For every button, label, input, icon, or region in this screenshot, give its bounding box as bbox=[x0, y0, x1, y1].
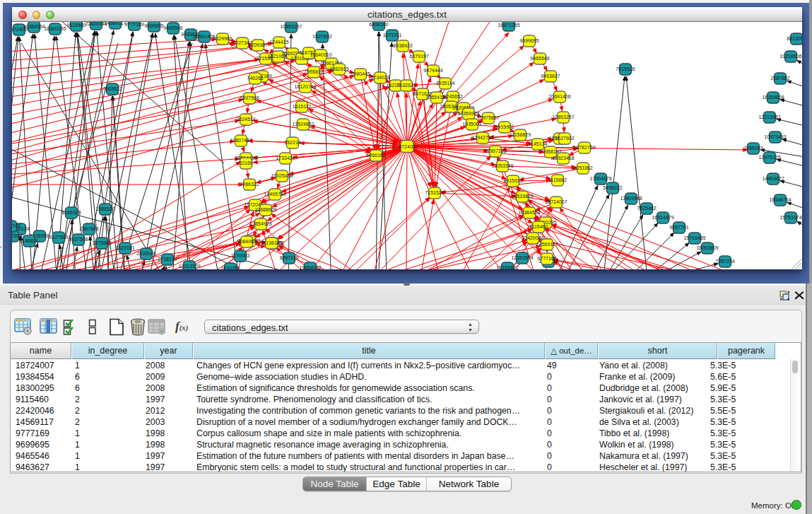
svg-text:7632621: 7632621 bbox=[396, 83, 416, 88]
svg-text:13409948: 13409948 bbox=[620, 196, 642, 201]
svg-text:2718170: 2718170 bbox=[158, 257, 177, 262]
svg-text:9463627: 9463627 bbox=[541, 74, 560, 78]
svg-text:1935001: 1935001 bbox=[462, 122, 481, 127]
svg-text:3912954: 3912954 bbox=[12, 233, 23, 238]
svg-text:17957225: 17957225 bbox=[484, 148, 506, 153]
svg-text:9777169: 9777169 bbox=[537, 256, 556, 261]
svg-text:9327508: 9327508 bbox=[69, 237, 88, 242]
svg-text:18120746: 18120746 bbox=[294, 84, 316, 89]
svg-text:14495759: 14495759 bbox=[264, 192, 286, 197]
svg-text:16053809: 16053809 bbox=[696, 245, 718, 250]
svg-text:9084067: 9084067 bbox=[237, 239, 256, 244]
svg-text:12923468: 12923468 bbox=[552, 156, 574, 160]
svg-text:9734028: 9734028 bbox=[370, 75, 389, 80]
svg-text:1362615: 1362615 bbox=[329, 66, 348, 71]
svg-text:10853257: 10853257 bbox=[280, 24, 302, 29]
svg-text:14569117: 14569117 bbox=[536, 242, 558, 247]
svg-text:19654932: 19654932 bbox=[299, 265, 321, 269]
svg-text:19384554: 19384554 bbox=[23, 24, 45, 29]
svg-text:10973493: 10973493 bbox=[764, 134, 786, 139]
svg-text:14569117: 14569117 bbox=[105, 22, 126, 25]
svg-text:1170063: 1170063 bbox=[231, 253, 250, 258]
svg-text:12942737: 12942737 bbox=[471, 135, 493, 140]
svg-text:1209387: 1209387 bbox=[248, 42, 267, 47]
svg-text:10853257: 10853257 bbox=[552, 115, 574, 119]
svg-text:1527602: 1527602 bbox=[312, 34, 331, 39]
svg-text:9245652: 9245652 bbox=[443, 94, 462, 99]
svg-text:20691406: 20691406 bbox=[548, 94, 570, 99]
svg-text:1071911: 1071911 bbox=[383, 33, 402, 37]
svg-text:6379197: 6379197 bbox=[409, 54, 428, 59]
svg-text:9115460: 9115460 bbox=[67, 23, 86, 28]
svg-text:13524851: 13524851 bbox=[292, 122, 314, 127]
svg-text:5498222: 5498222 bbox=[603, 185, 622, 190]
svg-text:7955812: 7955812 bbox=[304, 69, 323, 74]
svg-text:16648764: 16648764 bbox=[769, 197, 791, 202]
svg-text:9699695: 9699695 bbox=[144, 23, 163, 28]
svg-text:62160: 62160 bbox=[239, 160, 253, 165]
svg-text:9146821: 9146821 bbox=[19, 238, 38, 243]
svg-text:12353594: 12353594 bbox=[511, 255, 533, 260]
svg-text:16154808: 16154808 bbox=[762, 95, 784, 100]
svg-text:19218506: 19218506 bbox=[779, 54, 801, 59]
svg-text:746266: 746266 bbox=[247, 76, 263, 81]
svg-text:3624514: 3624514 bbox=[236, 117, 255, 122]
svg-text:12213987: 12213987 bbox=[758, 115, 780, 119]
svg-text:9465546: 9465546 bbox=[530, 56, 549, 61]
svg-text:16671355: 16671355 bbox=[498, 23, 519, 28]
svg-text:10807487: 10807487 bbox=[230, 138, 252, 143]
svg-text:12975125: 12975125 bbox=[758, 155, 780, 160]
svg-text:9699695: 9699695 bbox=[519, 38, 539, 43]
svg-text:14463627: 14463627 bbox=[762, 176, 784, 181]
svg-text:6990445: 6990445 bbox=[351, 71, 370, 76]
svg-text:19166852: 19166852 bbox=[496, 265, 518, 269]
svg-text:7151526: 7151526 bbox=[425, 190, 444, 195]
svg-text:6466160: 6466160 bbox=[366, 153, 385, 158]
svg-text:9465546: 9465546 bbox=[163, 25, 182, 30]
svg-text:252214: 252214 bbox=[284, 140, 300, 145]
svg-text:8186328: 8186328 bbox=[61, 210, 81, 215]
svg-text:1610755: 1610755 bbox=[220, 266, 240, 269]
svg-text:7485003: 7485003 bbox=[743, 146, 763, 151]
svg-text:3875685: 3875685 bbox=[92, 240, 111, 245]
svg-text:20691406: 20691406 bbox=[193, 34, 215, 39]
svg-text:6897568: 6897568 bbox=[240, 95, 259, 100]
svg-text:1145134: 1145134 bbox=[529, 141, 548, 146]
svg-text:16914479: 16914479 bbox=[652, 215, 673, 220]
svg-text:9657791: 9657791 bbox=[669, 225, 688, 230]
svg-text:6466160: 6466160 bbox=[369, 22, 388, 27]
svg-text:10025438: 10025438 bbox=[271, 173, 293, 178]
svg-text:8267110: 8267110 bbox=[280, 255, 299, 260]
svg-text:16640910: 16640910 bbox=[310, 52, 331, 57]
svg-text:14136141: 14136141 bbox=[260, 240, 282, 245]
svg-text:1615112: 1615112 bbox=[293, 104, 312, 109]
svg-text:2687682: 2687682 bbox=[770, 76, 789, 81]
svg-text:9777169: 9777169 bbox=[124, 22, 143, 27]
svg-text:7986322: 7986322 bbox=[240, 182, 259, 187]
svg-text:1588520: 1588520 bbox=[95, 206, 114, 211]
svg-text:1527602: 1527602 bbox=[555, 136, 574, 141]
svg-text:7625402: 7625402 bbox=[637, 206, 656, 211]
svg-text:2935114: 2935114 bbox=[436, 81, 455, 86]
svg-text:13053346: 13053346 bbox=[491, 163, 513, 168]
svg-text:10688609: 10688609 bbox=[254, 207, 276, 212]
svg-text:9329966: 9329966 bbox=[213, 36, 232, 41]
svg-text:16782759: 16782759 bbox=[573, 145, 595, 150]
svg-text:2420046: 2420046 bbox=[136, 251, 155, 256]
svg-text:9474444: 9474444 bbox=[423, 68, 442, 73]
svg-text:15716485: 15716485 bbox=[683, 235, 705, 240]
svg-text:15751074: 15751074 bbox=[779, 215, 801, 220]
svg-text:12213309: 12213309 bbox=[178, 264, 200, 269]
svg-text:10975857: 10975857 bbox=[477, 115, 499, 120]
svg-text:1115682: 1115682 bbox=[548, 177, 567, 182]
svg-text:9915901: 9915901 bbox=[495, 124, 514, 129]
svg-text:17004678: 17004678 bbox=[589, 176, 611, 181]
svg-text:1733426: 1733426 bbox=[276, 156, 295, 160]
svg-text:9915913: 9915913 bbox=[503, 178, 522, 183]
svg-text:2053362: 2053362 bbox=[573, 165, 592, 170]
svg-text:17359928: 17359928 bbox=[457, 111, 479, 116]
svg-text:18300295: 18300295 bbox=[44, 26, 66, 31]
svg-text:18724007: 18724007 bbox=[396, 144, 418, 149]
svg-text:7357234: 7357234 bbox=[715, 259, 734, 264]
svg-text:19384554: 19384554 bbox=[518, 210, 540, 215]
